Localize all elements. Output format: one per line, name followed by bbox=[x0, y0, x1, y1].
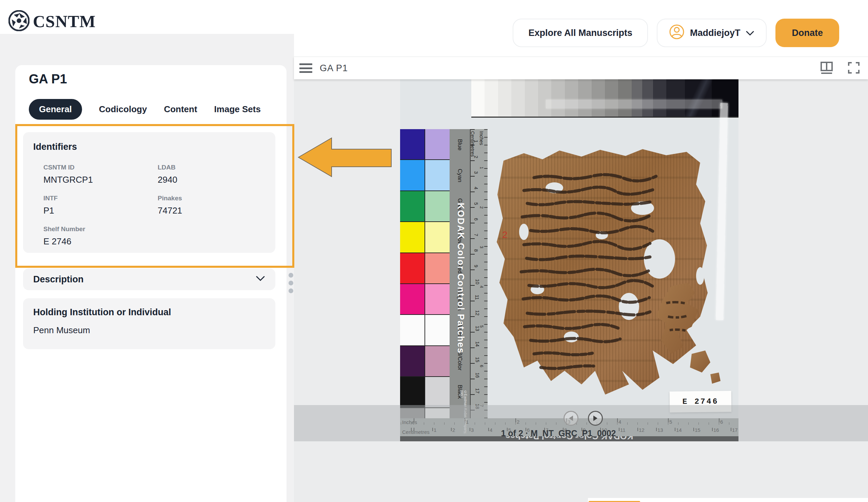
kodak-strip-title: KODAK Color Control Patches bbox=[452, 170, 469, 387]
manuscript-image[interactable]: BlueCyanGreenYellowRedMagentaWhite3/Colo… bbox=[400, 79, 738, 441]
kodak-color-strip: BlueCyanGreenYellowRedMagentaWhite3/Colo… bbox=[400, 129, 488, 438]
next-image-button[interactable] bbox=[588, 411, 603, 426]
color-patch-row bbox=[400, 129, 450, 159]
color-patch-row bbox=[400, 284, 450, 314]
identifier-field: LDAB2940 bbox=[158, 164, 265, 185]
tab-content[interactable]: Content bbox=[164, 99, 197, 120]
color-patch-row bbox=[400, 222, 450, 252]
explore-manuscripts-button[interactable]: Explore All Manuscripts bbox=[513, 19, 648, 47]
panel-resize-handle[interactable] bbox=[289, 273, 293, 293]
color-patches bbox=[400, 129, 450, 438]
color-patch-row bbox=[400, 160, 450, 190]
identifiers-title: Identifiers bbox=[33, 142, 265, 152]
logo-wordmark: CSNTM bbox=[33, 11, 96, 31]
folio-number-mark: 2 bbox=[502, 229, 508, 240]
tab-general[interactable]: General bbox=[29, 99, 82, 120]
color-patch-row bbox=[400, 377, 450, 407]
chevron-down-icon bbox=[746, 28, 754, 38]
description-section-header[interactable]: Description bbox=[23, 269, 275, 290]
tab-image-sets[interactable]: Image Sets bbox=[214, 99, 261, 120]
holding-institution-section: Holding Institution or Individual Penn M… bbox=[23, 298, 275, 349]
identifier-field: INTFP1 bbox=[43, 195, 151, 216]
color-patch-row bbox=[400, 253, 450, 283]
csntm-logo[interactable]: CSNTM bbox=[9, 10, 96, 33]
viewer-title: GA P1 bbox=[320, 63, 348, 74]
identifiers-section: Identifiers CSNTM IDMNTGRCP1LDAB2940INTF… bbox=[23, 132, 275, 253]
identifier-field: CSNTM IDMNTGRCP1 bbox=[43, 164, 151, 185]
manuscript-title: GA P1 bbox=[29, 72, 67, 86]
mounting-tape bbox=[546, 100, 722, 108]
color-patch-row bbox=[400, 346, 450, 376]
thumbnail-strip: M_NT_GRC... M_NT_GRC... bbox=[588, 498, 868, 502]
color-patch-row bbox=[400, 191, 450, 221]
holding-institution-value: Penn Museum bbox=[33, 325, 265, 336]
ruler-unit-label: Inches bbox=[479, 131, 484, 145]
header-actions: Explore All Manuscripts MaddiejoyT Donat… bbox=[513, 19, 839, 47]
donate-button[interactable]: Donate bbox=[775, 19, 839, 47]
viewer-canvas[interactable]: BlueCyanGreenYellowRedMagentaWhite3/Colo… bbox=[294, 79, 868, 441]
manuscript-detail-panel: GA P1 GeneralCodicologyContentImage Sets… bbox=[15, 65, 287, 502]
user-menu-button[interactable]: MaddiejoyT bbox=[657, 19, 767, 47]
identifier-field: Pinakes74721 bbox=[158, 195, 265, 216]
csntm-manuscript-page: CSNTM Explore All Manuscripts MaddiejoyT… bbox=[0, 0, 868, 502]
grayscale-step-wedge bbox=[471, 79, 738, 118]
chevron-down-icon[interactable] bbox=[256, 275, 265, 283]
image-viewer: GA P1 bbox=[294, 56, 868, 502]
ruler-unit-label: Centimetres bbox=[470, 131, 475, 157]
username-label: MaddiejoyT bbox=[690, 28, 741, 38]
description-title: Description bbox=[33, 274, 84, 285]
previous-image-button[interactable] bbox=[564, 411, 578, 426]
identifier-fields: CSNTM IDMNTGRCP1LDAB2940INTFP1Pinakes747… bbox=[43, 164, 265, 247]
viewer-toolbar: GA P1 bbox=[294, 56, 868, 79]
avatar-icon bbox=[669, 24, 684, 42]
tab-list: GeneralCodicologyContentImage Sets bbox=[29, 99, 261, 120]
patch-label: Blue bbox=[456, 139, 463, 150]
image-pagination: 1 of 2 · M_NT_GRC_P1_0002 bbox=[294, 428, 823, 438]
two-page-view-icon[interactable] bbox=[820, 61, 834, 76]
aperture-logo-icon bbox=[9, 10, 30, 33]
identifier-field: Shelf NumberE 2746 bbox=[43, 226, 151, 247]
viewer-menu-icon[interactable] bbox=[299, 63, 312, 73]
holding-institution-title: Holding Institution or Individual bbox=[33, 307, 265, 317]
papyrus-small-fragments bbox=[651, 283, 726, 384]
color-patch-row bbox=[400, 315, 450, 345]
fullscreen-icon[interactable] bbox=[848, 62, 860, 75]
tab-codicology[interactable]: Codicology bbox=[99, 99, 147, 120]
